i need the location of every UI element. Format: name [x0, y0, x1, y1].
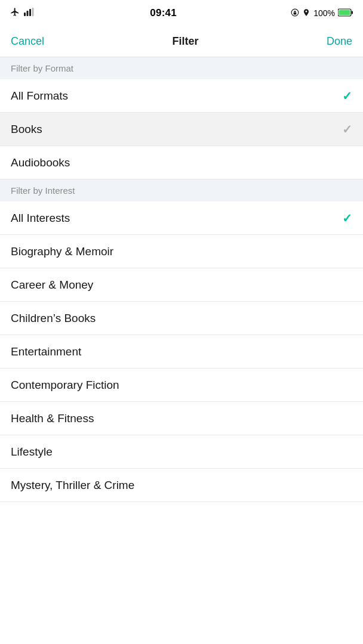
- list-item-career-money[interactable]: Career & Money: [0, 268, 363, 302]
- svg-rect-0: [24, 13, 26, 16]
- signal-icon: [24, 8, 36, 18]
- list-item-label-mystery-thriller-crime: Mystery, Thriller & Crime: [11, 479, 134, 492]
- list-item-all-interests[interactable]: All Interests✓: [0, 202, 363, 235]
- status-bar: 09:41 100%: [0, 0, 363, 26]
- location-icon: [302, 8, 310, 18]
- list-item-label-books: Books: [11, 123, 42, 136]
- cancel-button[interactable]: Cancel: [11, 35, 44, 48]
- list-item-label-all-interests: All Interests: [11, 212, 70, 225]
- svg-rect-1: [27, 11, 29, 16]
- list-item-label-health-fitness: Health & Fitness: [11, 412, 94, 425]
- list-item-books[interactable]: Books✓: [0, 113, 363, 146]
- list-item-label-all-formats: All Formats: [11, 89, 68, 103]
- list-item-audiobooks[interactable]: Audiobooks: [0, 146, 363, 179]
- battery-icon: [338, 8, 353, 18]
- list-item-label-childrens-books: Children’s Books: [11, 312, 96, 325]
- svg-rect-2: [29, 9, 31, 16]
- section-header-filter-interest: Filter by Interest: [0, 179, 363, 202]
- battery-percent: 100%: [313, 8, 335, 18]
- list-item-entertainment[interactable]: Entertainment: [0, 335, 363, 369]
- section-header-filter-format: Filter by Format: [0, 57, 363, 79]
- page-title: Filter: [172, 35, 198, 48]
- status-left: [10, 7, 36, 19]
- list-item-label-audiobooks: Audiobooks: [11, 156, 70, 169]
- check-icon-all-formats: ✓: [342, 89, 352, 103]
- plane-icon: [10, 7, 20, 19]
- list-item-label-career-money: Career & Money: [11, 278, 93, 292]
- list-item-all-formats[interactable]: All Formats✓: [0, 79, 363, 113]
- lock-icon: [291, 8, 299, 18]
- check-icon-all-interests: ✓: [342, 211, 352, 225]
- list-item-health-fitness[interactable]: Health & Fitness: [0, 402, 363, 435]
- filter-list: Filter by FormatAll Formats✓Books✓Audiob…: [0, 57, 363, 502]
- list-item-label-lifestyle: Lifestyle: [11, 445, 53, 459]
- list-item-label-biography-memoir: Biography & Memoir: [11, 245, 113, 258]
- svg-rect-7: [351, 11, 353, 14]
- svg-rect-6: [339, 10, 350, 15]
- check-icon-books: ✓: [342, 122, 352, 137]
- list-item-label-contemporary-fiction: Contemporary Fiction: [11, 379, 119, 392]
- done-button[interactable]: Done: [327, 35, 352, 48]
- status-right: 100%: [291, 8, 353, 18]
- list-item-lifestyle[interactable]: Lifestyle: [0, 435, 363, 469]
- nav-bar: Cancel Filter Done: [0, 26, 363, 57]
- list-item-mystery-thriller-crime[interactable]: Mystery, Thriller & Crime: [0, 469, 363, 502]
- status-time: 09:41: [150, 7, 176, 19]
- svg-rect-3: [32, 8, 34, 16]
- list-item-biography-memoir[interactable]: Biography & Memoir: [0, 235, 363, 268]
- list-item-contemporary-fiction[interactable]: Contemporary Fiction: [0, 369, 363, 402]
- list-item-label-entertainment: Entertainment: [11, 345, 81, 358]
- list-item-childrens-books[interactable]: Children’s Books: [0, 302, 363, 335]
